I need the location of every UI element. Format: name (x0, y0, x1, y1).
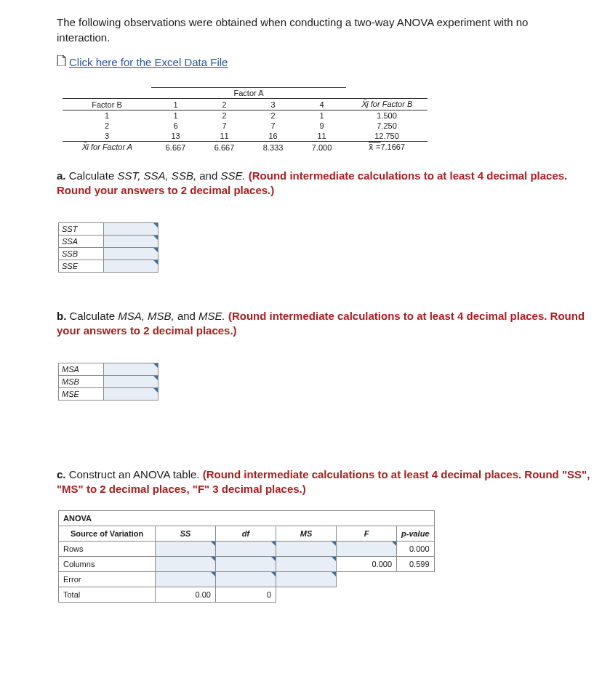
corner-tri-icon (271, 557, 276, 561)
cell: 7 (200, 121, 249, 131)
corner-tri-icon (153, 376, 158, 380)
grand-mean: x̄̄ = 7.1667 (346, 142, 428, 153)
err-df[interactable] (216, 571, 276, 587)
intro-text: The following observations were obtained… (57, 15, 566, 45)
corner-tri-icon (332, 557, 336, 561)
qa-label-ssb: SSB (59, 248, 104, 260)
question-b: b. Calculate MSA, MSB, and MSE. (Round i… (57, 309, 590, 339)
cols-df[interactable] (216, 556, 276, 571)
cell: 13 (151, 131, 200, 142)
cols-ss[interactable] (156, 556, 216, 571)
factor-b-header: Factor B (63, 99, 151, 110)
rows-df[interactable] (216, 541, 276, 556)
corner-tri-icon (153, 223, 158, 228)
row-rows: Rows (59, 541, 156, 556)
qb-input-msa[interactable] (104, 363, 158, 376)
corner-tri-icon (153, 388, 158, 393)
row-mean: 12.750 (346, 131, 428, 142)
factor-a-header: Factor A (151, 88, 346, 99)
err-ms[interactable] (276, 571, 337, 587)
hdr-p: p-value (397, 526, 435, 541)
cols-ms[interactable] (276, 556, 337, 571)
row-b-3: 3 (63, 131, 151, 142)
col-3: 3 (249, 99, 297, 110)
corner-tri-icon (153, 248, 158, 252)
row-mean-header: X̄j for Factor B (346, 99, 428, 110)
qb-input-msb[interactable] (104, 376, 158, 388)
hdr-ms: MS (276, 526, 337, 541)
row-b-2: 2 (63, 121, 151, 131)
cell: 1 (297, 110, 346, 121)
rows-ss[interactable] (156, 541, 216, 556)
total-ss: 0.00 (156, 587, 216, 602)
col-4: 4 (297, 99, 346, 110)
excel-data-link[interactable]: Click here for the Excel Data File (57, 55, 228, 68)
rows-f[interactable] (337, 541, 397, 556)
corner-tri-icon (332, 542, 336, 546)
corner-tri-icon (271, 542, 276, 546)
hdr-source: Source of Variation (59, 526, 156, 541)
cell: 6 (151, 121, 200, 131)
col-mean: 6.667 (151, 142, 200, 153)
cell: 11 (200, 131, 249, 142)
cell: 7 (249, 121, 297, 131)
qb-label-mse: MSE (59, 388, 104, 401)
question-a: a. Calculate SST, SSA, SSB, and SSE. (Ro… (57, 169, 590, 198)
cell: 9 (297, 121, 346, 131)
corner-tri-icon (332, 572, 336, 576)
hdr-df: df (216, 526, 276, 541)
row-total: Total (59, 587, 156, 602)
corner-tri-icon (211, 542, 215, 546)
row-columns: Columns (59, 556, 156, 571)
corner-tri-icon (153, 236, 158, 240)
qb-entry-table: MSA MSB MSE (58, 352, 158, 401)
row-b-1: 1 (63, 110, 151, 121)
qb-label-msb: MSB (59, 376, 104, 388)
rows-ms[interactable] (276, 541, 337, 556)
file-icon (57, 55, 66, 68)
corner-tri-icon (392, 542, 396, 546)
qa-input-ssa[interactable] (104, 236, 158, 248)
anova-data-table: Factor A Factor B 1 2 3 4 X̄j for Factor… (63, 87, 428, 153)
qa-input-sst[interactable] (104, 223, 158, 236)
qa-label-sse: SSE (59, 260, 104, 273)
corner-tri-icon (271, 572, 276, 576)
hdr-ss: SS (156, 526, 216, 541)
col-mean: 6.667 (200, 142, 249, 153)
cell: 1 (151, 110, 200, 121)
corner-tri-icon (211, 557, 215, 561)
col-mean: 8.333 (249, 142, 297, 153)
qa-entry-table: SST SSA SSB SSE (58, 212, 158, 273)
anova-result-table: ANOVA Source of Variation SS df MS F p-v… (58, 510, 435, 603)
qa-label-ssa: SSA (59, 236, 104, 248)
qa-input-ssb[interactable] (104, 248, 158, 260)
qb-label-msa: MSA (59, 363, 104, 376)
err-ss[interactable] (156, 571, 216, 587)
cols-f: 0.000 (337, 556, 397, 571)
corner-tri-icon (153, 260, 158, 265)
col-1: 1 (151, 99, 200, 110)
col-2: 2 (200, 99, 249, 110)
row-mean: 7.250 (346, 121, 428, 131)
anova-title: ANOVA (59, 510, 435, 526)
row-mean: 1.500 (346, 110, 428, 121)
cell: 16 (249, 131, 297, 142)
col-mean-header: X̄i for Factor A (63, 142, 151, 153)
hdr-f: F (337, 526, 397, 541)
cols-p: 0.599 (397, 556, 435, 571)
question-c: c. Construct an ANOVA table. (Round inte… (57, 467, 590, 497)
cell: 2 (249, 110, 297, 121)
cell: 11 (297, 131, 346, 142)
excel-link-label: Click here for the Excel Data File (69, 56, 228, 68)
cell: 2 (200, 110, 249, 121)
qb-input-mse[interactable] (104, 388, 158, 401)
row-error: Error (59, 571, 156, 587)
corner-tri-icon (153, 363, 158, 368)
total-df: 0 (216, 587, 276, 602)
corner-tri-icon (211, 572, 215, 576)
qa-input-sse[interactable] (104, 260, 158, 273)
rows-p: 0.000 (397, 541, 435, 556)
qa-label-sst: SST (59, 223, 104, 236)
col-mean: 7.000 (297, 142, 346, 153)
